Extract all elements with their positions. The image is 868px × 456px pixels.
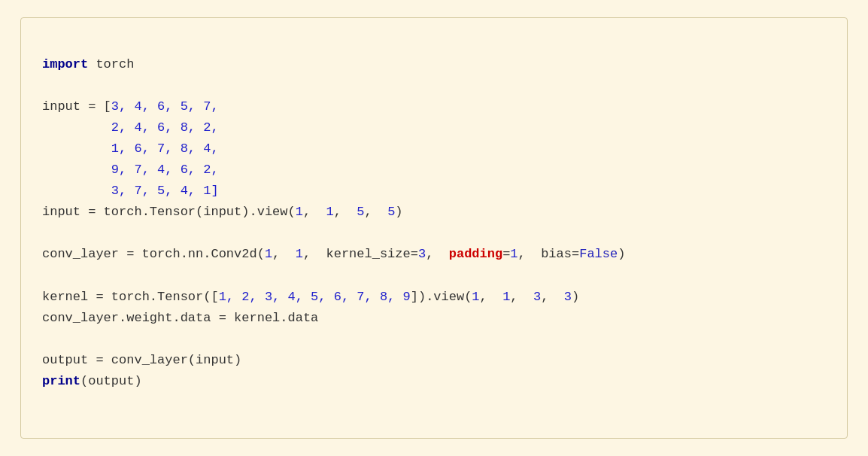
line-input4: 9, 7, 4, 6, 2,	[42, 163, 219, 177]
code-editor: import torch input = [3, 4, 6, 5, 7, 2, …	[20, 17, 848, 439]
line-input2: 2, 4, 6, 8, 2,	[42, 120, 219, 135]
line-input-tensor: input = torch.Tensor(input).view(1, 1, 5…	[42, 205, 403, 219]
line-kernel: kernel = torch.Tensor([1, 2, 3, 4, 5, 6,…	[42, 290, 579, 304]
line-output: output = conv_layer(input)	[42, 353, 241, 367]
line-conv-layer: conv_layer = torch.nn.Conv2d(1, 1, kerne…	[42, 247, 625, 261]
line-weight: conv_layer.weight.data = kernel.data	[42, 311, 318, 325]
code-content: import torch input = [3, 4, 6, 5, 7, 2, …	[42, 33, 826, 413]
line-input3: 1, 6, 7, 8, 4,	[42, 141, 219, 156]
line-input5: 3, 7, 5, 4, 1]	[42, 184, 219, 198]
line-input1: input = [3, 4, 6, 5, 7,	[42, 99, 219, 114]
line-print: print(output)	[42, 374, 142, 388]
line-import: import torch	[42, 57, 134, 71]
